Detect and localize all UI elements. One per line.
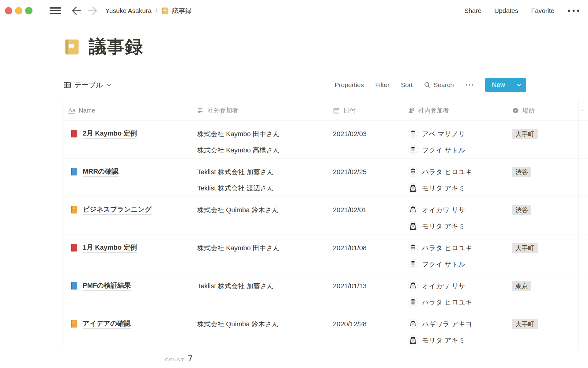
person-chip[interactable]: ハラタ ヒロユキ xyxy=(408,167,502,177)
cell-internal-participants[interactable]: オイカワ リサ モリタ アキミ xyxy=(403,197,507,235)
cell-external-participants[interactable]: Teklist 株式会社 加藤さん xyxy=(192,273,328,311)
table-row: アイデアの確認 株式会社 Quimba 鈴木さん 2020/12/28 ハギワラ… xyxy=(63,311,588,349)
avatar xyxy=(408,183,418,193)
view-switcher-table[interactable]: テーブル xyxy=(63,80,111,90)
page-link[interactable]: アイデアの確認 xyxy=(83,319,131,329)
person-property-icon xyxy=(408,107,415,114)
filter-button[interactable]: Filter xyxy=(375,81,390,89)
cell-date[interactable]: 2020/12/28 xyxy=(328,311,403,349)
share-button[interactable]: Share xyxy=(464,7,481,14)
new-button[interactable]: New xyxy=(485,78,512,92)
cell-internal-participants[interactable]: アベ マサノリ フクイ サトル xyxy=(403,121,507,159)
person-chip[interactable]: フクイ サトル xyxy=(408,259,502,269)
chevron-down-icon xyxy=(106,82,111,88)
column-header-location[interactable]: 場所 xyxy=(507,100,579,121)
person-chip[interactable]: フクイ サトル xyxy=(408,145,502,155)
favorite-button[interactable]: Favorite xyxy=(531,7,554,14)
view-more-options-icon[interactable] xyxy=(465,84,474,86)
cell-internal-participants[interactable]: ハギワラ アキヨ モリタ アキミ xyxy=(403,311,507,349)
cell-date[interactable]: 2021/02/25 xyxy=(328,159,403,197)
cell-location[interactable]: 東京 xyxy=(507,273,579,311)
avatar xyxy=(408,259,418,269)
cell-external-participants[interactable]: 株式会社 Quimba 鈴木さん xyxy=(192,197,328,235)
add-column-button[interactable] xyxy=(579,100,588,121)
window-topbar: Yusuke Asakura / 議事録 Share Updates Favor… xyxy=(0,0,588,21)
avatar xyxy=(408,335,418,345)
avatar xyxy=(408,221,418,231)
location-tag[interactable]: 渋谷 xyxy=(512,167,531,177)
column-calculation-count[interactable]: COUNT 7 xyxy=(63,349,199,363)
column-header-name[interactable]: Aa Name xyxy=(63,100,192,121)
cell-external-participants[interactable]: 株式会社 Kaymbo 田中さん xyxy=(192,235,328,273)
nav-forward-icon[interactable] xyxy=(88,6,98,15)
cell-location[interactable]: 渋谷 xyxy=(507,197,579,235)
database-table: Aa Name 社外参加者 日付 社内参加者 場所 2月 Kaymbo 定例 xyxy=(63,100,588,349)
sidebar-menu-icon[interactable] xyxy=(50,6,61,15)
cell-external-participants[interactable]: 株式会社 Quimba 鈴木さん xyxy=(192,311,328,349)
cell-name[interactable]: ビジネスプランニング xyxy=(63,197,192,235)
date-property-icon xyxy=(333,107,340,114)
cell-date[interactable]: 2021/01/13 xyxy=(328,273,403,311)
cell-name[interactable]: PMFの検証結果 xyxy=(63,273,192,311)
window-minimize-button[interactable] xyxy=(15,7,22,14)
nav-back-icon[interactable] xyxy=(71,6,81,15)
cell-external-participants[interactable]: Teklist 株式会社 加藤さん Teklist 株式会社 渡辺さん xyxy=(192,159,328,197)
more-options-icon[interactable] xyxy=(567,9,580,12)
cell-internal-participants[interactable]: オイカワ リサ ハラタ ヒロユキ xyxy=(403,273,507,311)
column-header-date[interactable]: 日付 xyxy=(328,100,403,121)
cell-date[interactable]: 2021/02/01 xyxy=(328,197,403,235)
location-tag[interactable]: 大手町 xyxy=(512,319,538,329)
cell-date[interactable]: 2021/02/03 xyxy=(328,121,403,159)
location-tag[interactable]: 大手町 xyxy=(512,129,538,139)
page-link[interactable]: PMFの検証結果 xyxy=(83,281,131,291)
page-link[interactable]: MRRの確認 xyxy=(83,167,119,177)
person-chip[interactable]: モリタ アキミ xyxy=(408,221,502,231)
sort-button[interactable]: Sort xyxy=(401,81,413,89)
person-chip[interactable]: オイカワ リサ xyxy=(408,281,502,291)
cell-name[interactable]: MRRの確認 xyxy=(63,159,192,197)
cell-name[interactable]: 1月 Kaymbo 定例 xyxy=(63,235,192,273)
window-zoom-button[interactable] xyxy=(25,7,32,14)
location-tag[interactable]: 東京 xyxy=(512,281,531,291)
cell-location[interactable]: 大手町 xyxy=(507,121,579,159)
breadcrumb-workspace[interactable]: Yusuke Asakura xyxy=(105,7,152,14)
search-icon xyxy=(424,82,431,88)
page-link[interactable]: ビジネスプランニング xyxy=(83,205,152,215)
page-icon-notebook[interactable] xyxy=(63,38,81,56)
person-chip[interactable]: モリタ アキミ xyxy=(408,183,502,193)
page-title[interactable]: 議事録 xyxy=(89,35,143,59)
toolbar-actions: Properties Filter Sort Search New xyxy=(335,78,526,92)
column-header-internal-participants[interactable]: 社内参加者 xyxy=(403,100,507,121)
person-chip[interactable]: オイカワ リサ xyxy=(408,205,502,215)
window-close-button[interactable] xyxy=(5,7,12,14)
cell-empty xyxy=(579,197,588,235)
person-chip[interactable]: ハラタ ヒロユキ xyxy=(408,297,502,307)
new-button-chevron[interactable] xyxy=(512,78,526,92)
column-header-external-participants[interactable]: 社外参加者 xyxy=(192,100,328,121)
updates-button[interactable]: Updates xyxy=(494,7,518,14)
cell-name[interactable]: 2月 Kaymbo 定例 xyxy=(63,121,192,159)
search-button[interactable]: Search xyxy=(424,81,454,89)
person-chip[interactable]: ハラタ ヒロユキ xyxy=(408,243,502,253)
location-tag[interactable]: 大手町 xyxy=(512,243,538,253)
breadcrumb-current-page[interactable]: 議事録 xyxy=(161,6,191,15)
person-chip[interactable]: アベ マサノリ xyxy=(408,129,502,139)
cell-empty xyxy=(579,311,588,349)
cell-internal-participants[interactable]: ハラタ ヒロユキ フクイ サトル xyxy=(403,235,507,273)
page-header: 議事録 xyxy=(63,35,588,59)
cell-external-participants[interactable]: 株式会社 Kaymbo 田中さん 株式会社 Kaymbo 高橋さん xyxy=(192,121,328,159)
page-link[interactable]: 1月 Kaymbo 定例 xyxy=(83,243,137,253)
person-chip[interactable]: ハギワラ アキヨ xyxy=(408,319,502,329)
location-tag[interactable]: 渋谷 xyxy=(512,205,531,215)
cell-date[interactable]: 2021/01/08 xyxy=(328,235,403,273)
cell-location[interactable]: 渋谷 xyxy=(507,159,579,197)
properties-button[interactable]: Properties xyxy=(335,81,364,89)
cell-name[interactable]: アイデアの確認 xyxy=(63,311,192,349)
cell-location[interactable]: 大手町 xyxy=(507,235,579,273)
cell-location[interactable]: 大手町 xyxy=(507,311,579,349)
page-link[interactable]: 2月 Kaymbo 定例 xyxy=(83,129,137,139)
cell-internal-participants[interactable]: ハラタ ヒロユキ モリタ アキミ xyxy=(403,159,507,197)
select-property-icon xyxy=(512,107,519,114)
book-icon xyxy=(70,319,79,328)
person-chip[interactable]: モリタ アキミ xyxy=(408,335,502,345)
